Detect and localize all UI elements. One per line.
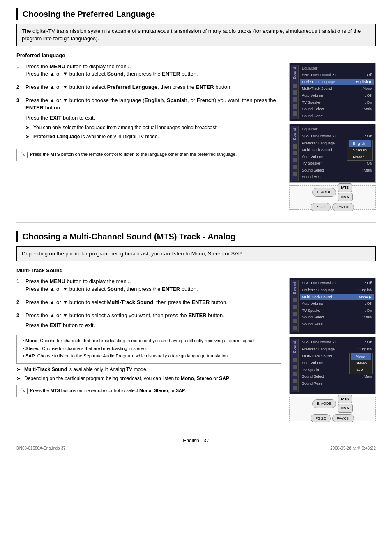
tv-sidebar4: Sound [291,339,299,392]
section1-steps-column: 1 Press the MENU button to display the m… [16,63,281,165]
section2-info-box: Depending on the particular program bein… [16,246,376,261]
section2-step3: 3 Press the ▲ or ▼ button to select a se… [16,312,281,329]
tv-sidebar3: Sound [291,280,299,332]
tv-icon-3 [293,104,297,109]
section1-screen1: Sound Equalizer SRS TruSurround XT: Off [289,63,376,122]
section2-step2: 2 Press the ▲ or ▼ button to select Mult… [16,299,281,306]
section-divider [16,222,376,223]
section2-note: N Press the MTS buttons on the remote co… [16,385,281,397]
section-mts: Choosing a Multi-Channel Sound (MTS) Tra… [16,231,376,421]
section1-info-box: The digital-TV transmission system is ca… [16,24,376,46]
section1-note: N Press the MTS button on the remote con… [16,149,281,161]
section2-subsection-label: Multi-Track Sound [16,267,376,274]
section1-tip2: ➤ Preferred Language is available only i… [25,133,281,140]
section1-info-text: The digital-TV transmission system is ca… [22,28,361,42]
section1-step2: 2 Press the ▲ or ▼ button to select Pref… [16,84,281,91]
footer-bottom: BN68-01580A-Eng.indb 37 2008-05-28 오후 9:… [16,446,376,451]
favch-btn: FAV.CH [332,203,354,211]
mts-btn2: MTS [338,395,352,404]
tv-sidebar2: Sound [291,126,299,181]
tv-icon-4 [293,111,297,116]
tv-icon-s4 [293,165,297,169]
tv-icon-1 [293,90,297,95]
section1-step1: 1 Press the MENU button to display the m… [16,63,281,78]
tv-content4: SRS TruSurround XT: Off Preferred Langua… [300,339,374,392]
section2-bullet-box: • Mono: Choose for channels that are bro… [16,335,281,363]
section1-subsection-label: Preferred language [16,52,376,59]
emode-btn: E.MODE [312,188,336,197]
tv-content2: Equalizer SRS TruSurround XT: Off Prefer… [300,126,374,181]
section2-screens: Sound SRS TruSurround XT: Off Preferred … [289,278,376,421]
section2-title: Choosing a Multi-Channel Sound (MTS) Tra… [16,231,376,242]
psize-btn: PSIZE [311,203,330,211]
section1-remote: E.MODE MTS DMA PSIZE FAV.CH [289,185,376,210]
footer-right: 2008-05-28 오후 9:43:22 [330,446,376,451]
tv-sidebar1: Sound [291,65,299,120]
page-label: English - 37 [183,438,209,443]
note-icon2: N [21,388,28,394]
section-preferred-language: Choosing the Preferred Language The digi… [16,8,376,210]
tv-content3: SRS TruSurround XT: Off Preferred Langua… [300,280,374,332]
tv-content1: Equalizer SRS TruSurround XT: Off Prefer… [300,65,374,120]
section1-tip1: ➤ You can only select the language from … [25,124,281,131]
tv-icon-s5 [293,172,297,176]
dma-btn: DMA [338,193,353,202]
emode-btn2: E.MODE [312,399,336,408]
section1-screen2: Sound Equalizer SRS TruSurround XT: Off [289,124,376,183]
section2-screen2: Sound SRS TruSurround XT: Off Preferred … [289,337,376,394]
favch-btn2: FAV.CH [332,414,354,423]
tv-icon-s2 [293,151,297,155]
mts-btn: MTS [338,183,352,192]
section2-tip1: ➤ Multi-Track Sound is available only in… [16,366,281,373]
section2-remote: E.MODE MTS DMA PSIZE FAV.CH [289,397,376,421]
section2-step1: 1 Press the MENU button to display the m… [16,278,281,292]
page-footer: English - 37 BN68-01580A-Eng.indb 37 200… [16,434,376,452]
tv-icon-2 [293,97,297,102]
tv-icon-s1 [293,144,297,149]
footer-left: BN68-01580A-Eng.indb 37 [16,446,66,451]
section1-step3: 3 Press the ▲ or ▼ button to choose the … [16,97,281,143]
dma-btn2: DMA [338,404,353,413]
psize-btn2: PSIZE [311,414,330,423]
section1-title: Choosing the Preferred Language [16,8,376,20]
section2-screen1: Sound SRS TruSurround XT: Off Preferred … [289,278,376,334]
section2-info-text: Depending on the particular program bein… [22,251,242,257]
section2-steps-and-screens: 1 Press the MENU button to display the m… [16,278,376,421]
tv-icon-s3 [293,158,297,162]
tv-icon-sound [293,84,297,88]
section1-screens: Sound Equalizer SRS TruSurround XT: Off [289,63,376,210]
section1-steps-and-screens: 1 Press the MENU button to display the m… [16,63,376,210]
section2-steps-column: 1 Press the MENU button to display the m… [16,278,281,401]
section2-tip2: ➤ Depending on the particular program be… [16,375,281,382]
note-icon: N [21,152,28,158]
